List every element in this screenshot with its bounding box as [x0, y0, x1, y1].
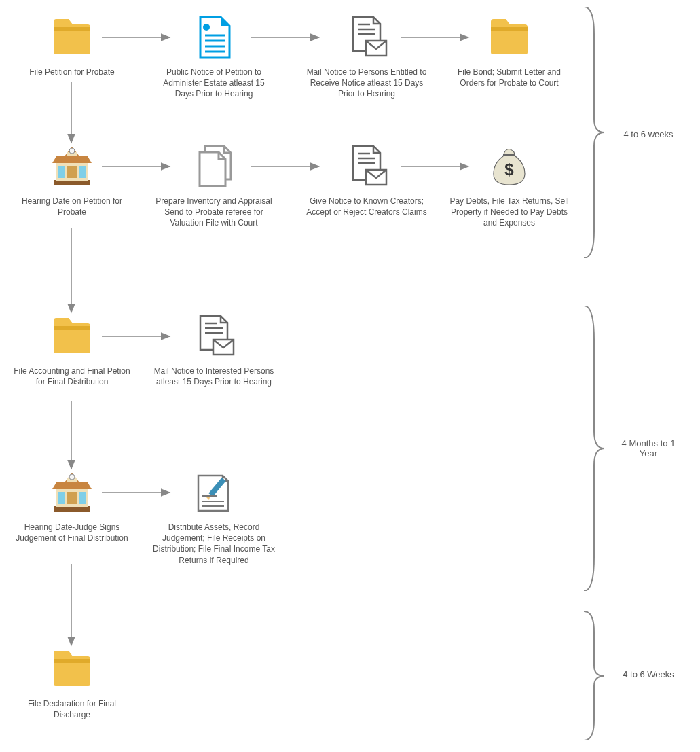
brace-3 [581, 611, 608, 740]
time-label-3: 4 to 6 Weeks [618, 669, 679, 679]
brace-2 [581, 306, 608, 591]
time-label-2: 4 Months to 1 Year [618, 438, 679, 459]
brace-1 [581, 7, 608, 258]
time-label-1: 4 to 6 weeks [618, 129, 679, 139]
